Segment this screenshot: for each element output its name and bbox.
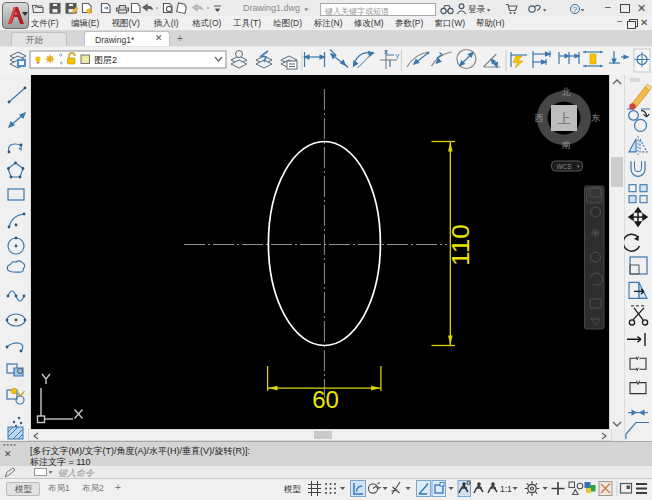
svg-text:模型: 模型	[283, 484, 302, 494]
svg-text:上: 上	[558, 111, 571, 126]
svg-text:西: 西	[535, 113, 544, 123]
svg-text:x: x	[384, 48, 388, 55]
svg-text:WCS: WCS	[556, 163, 572, 170]
svg-text:北: 北	[562, 87, 571, 97]
svg-text:南: 南	[562, 140, 571, 150]
svg-text:60: 60	[312, 386, 339, 413]
svg-text:110: 110	[447, 224, 474, 266]
svg-text:图层2: 图层2	[94, 55, 117, 65]
svg-text:1:1: 1:1	[500, 484, 512, 494]
svg-text:东: 东	[591, 113, 601, 123]
svg-text:Y: Y	[395, 53, 400, 60]
